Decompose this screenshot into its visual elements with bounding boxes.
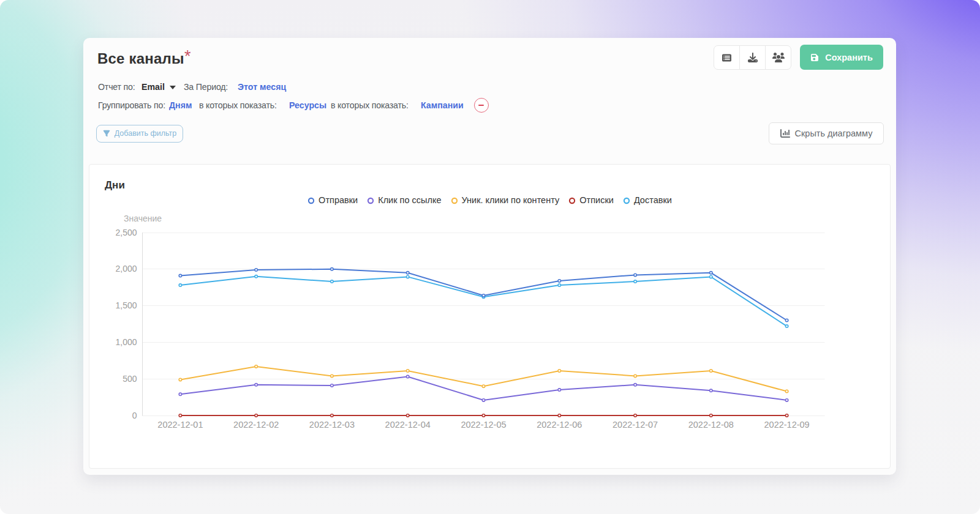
svg-text:1,000: 1,000	[115, 337, 137, 347]
svg-text:2,000: 2,000	[115, 264, 137, 274]
svg-text:1,500: 1,500	[115, 300, 137, 310]
svg-text:2,500: 2,500	[115, 228, 137, 237]
svg-text:2022-12-01: 2022-12-01	[157, 420, 203, 430]
svg-text:2022-12-05: 2022-12-05	[461, 420, 506, 430]
svg-text:2022-12-08: 2022-12-08	[688, 420, 734, 430]
svg-text:2022-12-02: 2022-12-02	[233, 420, 279, 430]
svg-text:0: 0	[132, 411, 137, 420]
svg-text:2022-12-06: 2022-12-06	[537, 420, 582, 430]
svg-text:2022-12-07: 2022-12-07	[612, 420, 658, 430]
svg-text:2022-12-04: 2022-12-04	[385, 420, 431, 430]
svg-text:2022-12-09: 2022-12-09	[764, 420, 810, 430]
svg-text:2022-12-03: 2022-12-03	[309, 420, 355, 430]
svg-text:500: 500	[123, 374, 137, 384]
